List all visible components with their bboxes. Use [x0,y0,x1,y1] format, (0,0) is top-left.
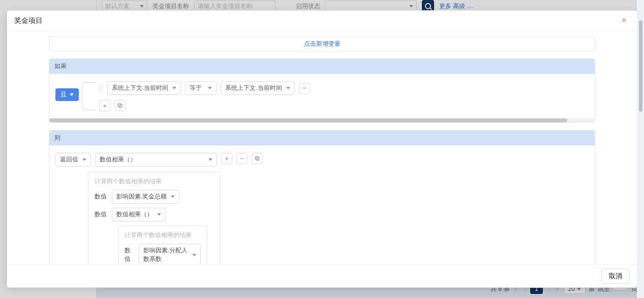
modal-footer: 取消 [7,264,637,287]
then-panel-body: 返回值 数值相乘（） + − 计算 [49,146,595,264]
chevron-down-icon [286,87,290,89]
nested2-title: 计算两个数值相乘的结果 [125,231,201,240]
chevron-down-icon [208,158,212,161]
modal-title: 奖金项目 [14,16,43,25]
value-label: 数值 [125,246,134,263]
condition-right-label: 系统上下文.当前时间 [225,84,282,92]
chevron-down-icon [171,195,175,198]
value1-label: 影响因素.奖金总额 [116,192,167,201]
chevron-down-icon [208,87,212,89]
if-panel-body: 且 ⁞⁞⁞⁞ 系统上下文.当前时间 [49,74,595,118]
chevron-down-icon [172,87,176,89]
value2-select[interactable]: 数值相乘（） [112,208,166,221]
condition-bracket [82,82,96,110]
value-label: 数值 [95,192,107,201]
value2-label: 数值相乘（） [116,210,153,219]
svg-rect-2 [256,157,259,160]
logical-and-chip[interactable]: 且 [55,88,79,101]
vscroll-thumb[interactable] [639,20,642,112]
condition-op-label: 等于 [190,84,202,92]
return-row: 返回值 数值相乘（） + − [55,153,589,167]
chevron-down-icon [82,158,86,161]
svg-rect-1 [118,104,121,107]
add-condition-button[interactable]: + [99,100,110,111]
condition-add-row: + [99,100,310,111]
copy-condition-button[interactable] [114,100,126,111]
if-condition-panel: 如果 且 ⁞⁞⁞⁞ 系统上下文.当前时间 [49,58,595,123]
modal-body: 点击新增变量 如果 且 ⁞⁞⁞⁞ [7,31,637,264]
condition-rows: ⁞⁞⁞⁞ 系统上下文.当前时间 等于 系统上下 [99,81,310,111]
then-result-panel: 则 返回值 数值相乘（） + − [49,130,595,264]
cancel-button[interactable]: 取消 [601,269,630,284]
multiply-nested-box: 计算两个数值相乘的结果 数值 影响因素.奖金总额 数值 数值相乘（） [88,172,220,264]
remove-condition-button[interactable]: − [299,83,310,94]
copy-icon [117,103,123,109]
condition-builder: 且 ⁞⁞⁞⁞ 系统上下文.当前时间 [55,81,589,111]
condition-row: ⁞⁞⁞⁞ 系统上下文.当前时间 等于 系统上下 [99,81,310,95]
if-panel-header: 如果 [49,59,595,74]
drag-handle-icon[interactable]: ⁞⁞⁞⁞ [99,85,103,91]
bonus-item-modal: 奖金项目 × 点击新增变量 如果 且 [7,10,637,288]
return-value-select[interactable]: 返回值 [55,153,91,167]
add-return-button[interactable]: + [221,153,232,164]
nested2-value-row-1: 数值 影响因素.分配人数系数 [125,244,201,264]
chevron-down-icon [70,93,74,96]
close-icon[interactable]: × [618,14,630,27]
value-label: 数值 [95,210,107,219]
add-variable-bar[interactable]: 点击新增变量 [49,36,595,51]
copy-icon [254,155,260,161]
nested-value-row-2: 数值 数值相乘（） [95,208,213,221]
if-panel-hscroll[interactable] [49,118,595,122]
condition-right-select[interactable]: 系统上下文.当前时间 [221,81,294,95]
remove-return-button[interactable]: − [236,153,248,164]
copy-return-button[interactable] [252,153,263,164]
page-vscrollbar[interactable] [637,0,644,298]
chevron-down-icon [192,254,196,256]
value2a-label: 影响因素.分配人数系数 [143,246,188,263]
multiply-nested-box-2: 计算两个数值相乘的结果 数值 影响因素.分配人数系数 数值 [118,225,207,264]
return-function-select[interactable]: 数值相乘（） [95,153,217,167]
return-value-label: 返回值 [60,155,78,164]
add-variable-label: 点击新增变量 [304,40,341,48]
chevron-down-icon [157,213,161,216]
then-panel-header: 则 [49,130,595,146]
condition-operator-select[interactable]: 等于 [185,81,217,95]
condition-left-select[interactable]: 系统上下文.当前时间 [107,81,181,95]
svg-rect-3 [255,156,258,159]
modal-header: 奖金项目 × [7,11,637,31]
value1-select[interactable]: 影响因素.奖金总额 [112,190,179,204]
nested-value-row-1: 数值 影响因素.奖金总额 [95,190,213,204]
condition-left-label: 系统上下文.当前时间 [112,84,168,92]
value2a-select[interactable]: 影响因素.分配人数系数 [139,244,201,264]
nested-title: 计算两个数值相乘的结果 [95,177,213,186]
return-function-label: 数值相乘（） [100,155,136,164]
and-chip-label: 且 [60,90,67,99]
svg-rect-0 [119,105,122,108]
